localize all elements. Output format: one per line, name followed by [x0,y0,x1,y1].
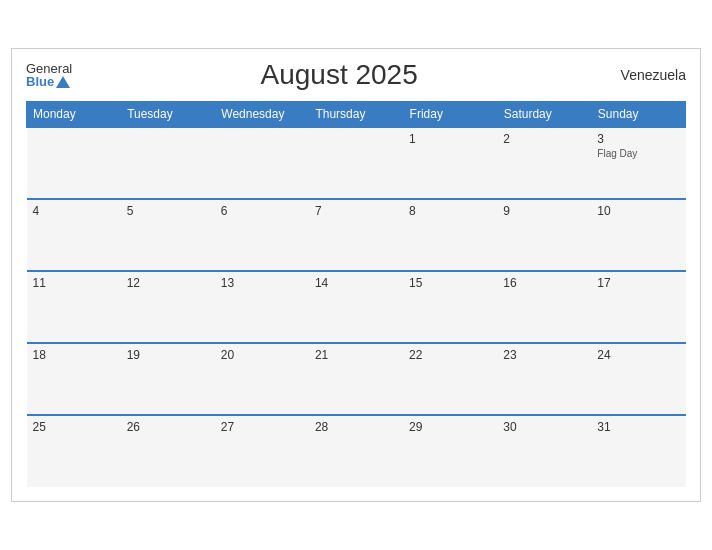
day-number: 24 [597,348,679,362]
day-number: 8 [409,204,491,218]
day-number: 1 [409,132,491,146]
calendar-cell-w4-d4: 21 [309,343,403,415]
calendar-cell-w1-d3 [215,127,309,199]
day-number: 17 [597,276,679,290]
day-number: 20 [221,348,303,362]
calendar-cell-w5-d6: 30 [497,415,591,487]
calendar-container: General Blue August 2025 Venezuela Monda… [11,48,701,502]
day-event: Flag Day [597,148,679,159]
day-number: 27 [221,420,303,434]
calendar-cell-w2-d4: 7 [309,199,403,271]
calendar-cell-w3-d7: 17 [591,271,685,343]
calendar-cell-w4-d5: 22 [403,343,497,415]
weekday-header-wednesday: Wednesday [215,102,309,128]
calendar-cell-w3-d2: 12 [121,271,215,343]
weekday-header-thursday: Thursday [309,102,403,128]
day-number: 13 [221,276,303,290]
day-number: 4 [33,204,115,218]
day-number: 22 [409,348,491,362]
calendar-cell-w3-d6: 16 [497,271,591,343]
calendar-cell-w1-d5: 1 [403,127,497,199]
calendar-cell-w5-d4: 28 [309,415,403,487]
day-number: 29 [409,420,491,434]
day-number: 12 [127,276,209,290]
logo: General Blue [26,62,72,88]
calendar-cell-w1-d7: 3Flag Day [591,127,685,199]
day-number: 10 [597,204,679,218]
calendar-cell-w2-d7: 10 [591,199,685,271]
calendar-cell-w1-d1 [27,127,121,199]
calendar-cell-w3-d1: 11 [27,271,121,343]
calendar-cell-w4-d6: 23 [497,343,591,415]
calendar-cell-w4-d1: 18 [27,343,121,415]
day-number: 3 [597,132,679,146]
calendar-country: Venezuela [606,67,686,83]
calendar-cell-w3-d4: 14 [309,271,403,343]
weekday-header-row: MondayTuesdayWednesdayThursdayFridaySatu… [27,102,686,128]
calendar-cell-w5-d2: 26 [121,415,215,487]
day-number: 18 [33,348,115,362]
calendar-cell-w5-d3: 27 [215,415,309,487]
day-number: 6 [221,204,303,218]
day-number: 25 [33,420,115,434]
calendar-week-1: 123Flag Day [27,127,686,199]
calendar-cell-w1-d2 [121,127,215,199]
day-number: 11 [33,276,115,290]
calendar-cell-w5-d7: 31 [591,415,685,487]
calendar-cell-w2-d2: 5 [121,199,215,271]
day-number: 21 [315,348,397,362]
calendar-thead: MondayTuesdayWednesdayThursdayFridaySatu… [27,102,686,128]
calendar-tbody: 123Flag Day45678910111213141516171819202… [27,127,686,487]
calendar-cell-w3-d3: 13 [215,271,309,343]
calendar-header: General Blue August 2025 Venezuela [26,59,686,91]
day-number: 23 [503,348,585,362]
calendar-week-2: 45678910 [27,199,686,271]
calendar-cell-w2-d3: 6 [215,199,309,271]
day-number: 2 [503,132,585,146]
weekday-header-friday: Friday [403,102,497,128]
day-number: 9 [503,204,585,218]
day-number: 16 [503,276,585,290]
weekday-header-sunday: Sunday [591,102,685,128]
day-number: 15 [409,276,491,290]
day-number: 30 [503,420,585,434]
calendar-cell-w5-d5: 29 [403,415,497,487]
calendar-week-3: 11121314151617 [27,271,686,343]
calendar-cell-w2-d6: 9 [497,199,591,271]
day-number: 14 [315,276,397,290]
calendar-cell-w1-d4 [309,127,403,199]
calendar-table: MondayTuesdayWednesdayThursdayFridaySatu… [26,101,686,487]
calendar-cell-w2-d5: 8 [403,199,497,271]
calendar-week-5: 25262728293031 [27,415,686,487]
calendar-cell-w5-d1: 25 [27,415,121,487]
day-number: 31 [597,420,679,434]
day-number: 5 [127,204,209,218]
calendar-cell-w2-d1: 4 [27,199,121,271]
calendar-cell-w4-d2: 19 [121,343,215,415]
calendar-cell-w3-d5: 15 [403,271,497,343]
calendar-title: August 2025 [261,59,418,91]
calendar-cell-w4-d7: 24 [591,343,685,415]
day-number: 7 [315,204,397,218]
day-number: 28 [315,420,397,434]
logo-triangle-icon [56,76,70,88]
weekday-header-tuesday: Tuesday [121,102,215,128]
weekday-header-monday: Monday [27,102,121,128]
calendar-week-4: 18192021222324 [27,343,686,415]
day-number: 19 [127,348,209,362]
day-number: 26 [127,420,209,434]
weekday-header-saturday: Saturday [497,102,591,128]
logo-blue-text: Blue [26,75,54,88]
calendar-cell-w4-d3: 20 [215,343,309,415]
calendar-cell-w1-d6: 2 [497,127,591,199]
